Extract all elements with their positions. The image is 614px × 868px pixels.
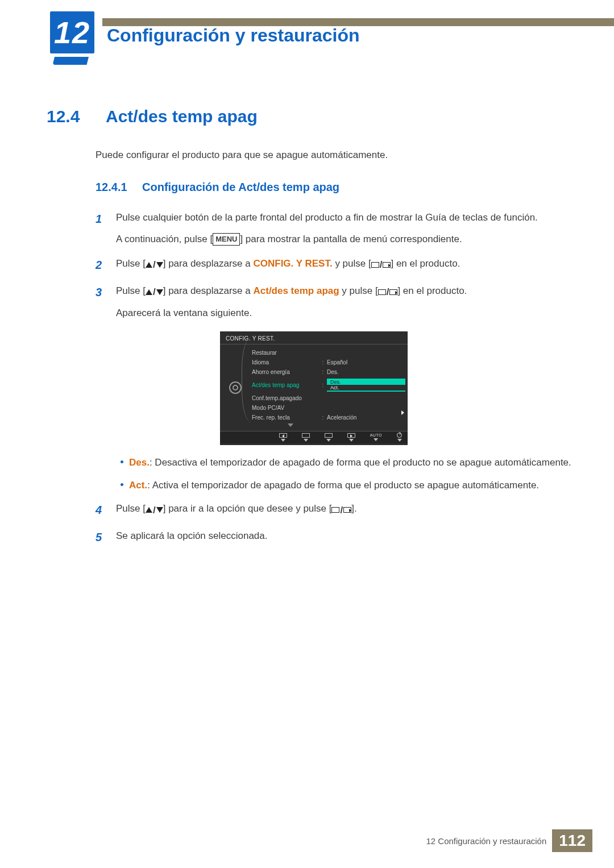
chapter-number-badge: 12 <box>47 8 98 57</box>
osd-footer-back-icon <box>279 433 287 442</box>
osd-option-dropdown: Des. Act. <box>327 379 405 392</box>
osd-row-modo: Modo PC/AV <box>251 403 408 413</box>
osd-footer-auto: AUTO <box>370 433 382 441</box>
step-number: 5 <box>96 528 107 546</box>
bullet-dot-icon <box>121 483 123 486</box>
step-1: 1 Pulse cualquier botón de la parte fron… <box>96 210 581 246</box>
bullet-des-label: Des. <box>129 457 150 468</box>
step3-cont: Aparecerá la ventana siguiente. <box>116 305 581 321</box>
bullet-dot-icon <box>121 460 123 463</box>
up-down-icon: / <box>146 502 163 518</box>
step3-a: Pulse [ <box>116 285 146 296</box>
subsection-number: 12.4.1 <box>96 181 132 194</box>
bullet-act-text: : Activa el temporizador de apagado de f… <box>147 480 539 491</box>
step5-text: Se aplicará la opción seleccionada. <box>116 530 268 541</box>
bullet-des: Des.: Desactiva el temporizador de apaga… <box>121 455 581 470</box>
osd-row-conftemp: Conf.temp.apagado <box>251 393 408 403</box>
osd-option-act: Act. <box>327 385 405 391</box>
footer-page-number: 112 <box>552 829 592 852</box>
step-text: Pulse cualquier botón de la parte fronta… <box>116 212 538 223</box>
osd-option-des: Des. <box>327 379 405 385</box>
chapter-number: 12 <box>54 15 90 50</box>
bullet-act-label: Act. <box>129 480 147 491</box>
step3-c: y pulse [ <box>339 285 378 296</box>
subsection-title: Configuración de Act/des temp apag <box>142 181 339 194</box>
step-2: 2 Pulse [/] para desplazarse a CONFIG. Y… <box>96 256 581 274</box>
step4-c: ]. <box>351 503 356 514</box>
bullet-des-text: : Desactiva el temporizador de apagado d… <box>150 457 571 468</box>
up-down-icon: / <box>146 257 163 272</box>
section-number: 12.4 <box>47 107 96 126</box>
osd-footer-down-icon <box>302 433 310 442</box>
step3-b: ] para desplazarse a <box>163 285 254 296</box>
step-3: 3 Pulse [/] para desplazarse a Act/des t… <box>96 283 581 321</box>
osd-footer-power-icon <box>397 433 402 442</box>
step-number: 2 <box>96 256 107 274</box>
osd-side-arrow-icon <box>401 410 404 415</box>
chapter-title: Configuración y restauración <box>107 25 360 46</box>
step2-a: Pulse [ <box>116 258 146 269</box>
subsection-heading: 12.4.1 Configuración de Act/des temp apa… <box>96 181 581 194</box>
step4-b: ] para ir a la opción que desee y pulse … <box>163 503 332 514</box>
up-down-icon: / <box>146 284 163 300</box>
osd-row-frec: Frec. rep. tecla:Aceleración <box>251 413 408 422</box>
bullet-act: Act.: Activa el temporizador de apagado … <box>121 478 581 493</box>
step3-target: Act/des temp apag <box>253 285 339 296</box>
step1-cont-b: ] para mostrar la pantalla de menú corre… <box>240 234 462 244</box>
source-enter-icon: / <box>378 284 398 300</box>
section-heading: 12.4 Act/des temp apag <box>47 107 581 126</box>
osd-footer-up-icon <box>325 433 333 442</box>
source-enter-icon: / <box>371 257 391 272</box>
gear-icon <box>229 381 242 394</box>
step-number: 3 <box>96 283 107 321</box>
step1-cont-a: A continuación, pulse [ <box>116 234 213 244</box>
osd-row-ahorro: Ahorro energía:Des. <box>251 367 408 377</box>
footer-chapter-text: 12 Configuración y restauración <box>426 836 552 846</box>
step4-a: Pulse [ <box>116 503 146 514</box>
step2-c: y pulse [ <box>333 258 371 269</box>
step2-b: ] para desplazarse a <box>163 258 254 269</box>
source-enter-icon: / <box>331 502 351 518</box>
section-title: Act/des temp apag <box>106 107 258 126</box>
step2-target: CONFIG. Y REST. <box>253 258 332 269</box>
osd-row-idioma: Idioma:Español <box>251 358 408 367</box>
section-intro: Puede configurar el producto para que se… <box>96 148 581 163</box>
step-5: 5 Se aplicará la opción seleccionada. <box>96 528 581 546</box>
osd-footer: AUTO <box>220 431 408 443</box>
osd-scroll-down-icon <box>288 423 293 427</box>
step-number: 4 <box>96 501 107 519</box>
page-footer: 12 Configuración y restauración 112 <box>426 829 592 852</box>
option-bullets: Des.: Desactiva el temporizador de apaga… <box>121 455 581 493</box>
osd-row-actdes: Act/des temp apag: Des. Act. <box>251 377 408 393</box>
step-number: 1 <box>96 210 107 246</box>
step3-d: ] en el producto. <box>397 285 467 296</box>
step-4: 4 Pulse [/] para ir a la opción que dese… <box>96 501 581 519</box>
menu-button-chip: MENU <box>213 233 240 246</box>
osd-menu-screenshot: CONFIG. Y REST. Restaurar Idioma:Español… <box>220 331 408 445</box>
osd-row-restaurar: Restaurar <box>251 348 408 358</box>
osd-footer-enter-icon <box>347 433 355 442</box>
step2-d: ] en el producto. <box>391 258 460 269</box>
